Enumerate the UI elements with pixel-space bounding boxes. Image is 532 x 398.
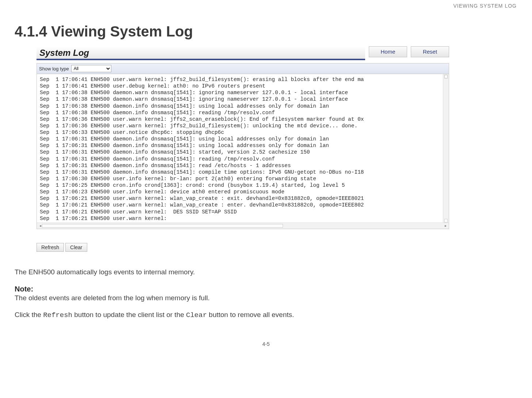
instr-mid: button to update the client list or the — [72, 311, 186, 318]
panel-title: System Log — [37, 46, 365, 60]
home-button[interactable]: Home — [369, 46, 407, 57]
scroll-thumb-top[interactable] — [444, 75, 448, 78]
page-header-right: VIEWING SYSTEM LOG — [15, 0, 517, 9]
refresh-button[interactable]: Refresh — [37, 243, 64, 252]
page-number: 4-5 — [15, 341, 517, 347]
scroll-thumb-h[interactable] — [42, 224, 283, 228]
instr-clear-code: Clear — [186, 311, 207, 319]
instr-suffix: button to remove all events. — [207, 311, 294, 318]
log-output: Sep 1 17:06:41 ENH500 user.warn kernel: … — [37, 74, 449, 223]
reset-button[interactable]: Reset — [411, 46, 449, 57]
instruction-text: Click the Refresh button to update the c… — [15, 311, 517, 319]
section-title: 4.1.4 Viewing System Log — [15, 23, 517, 40]
scroll-left-icon[interactable]: ◂ — [38, 224, 42, 228]
action-bar: Refresh Clear — [37, 243, 449, 252]
description-text: The ENH500 automatically logs events to … — [15, 268, 517, 276]
vertical-scrollbar[interactable] — [443, 74, 449, 223]
scroll-right-icon[interactable]: ▸ — [444, 224, 447, 228]
note-text: The oldest events are deleted from the l… — [15, 294, 517, 302]
clear-button[interactable]: Clear — [65, 243, 87, 252]
log-type-select[interactable]: All — [71, 65, 111, 72]
filter-label: Show log type — [39, 66, 69, 72]
note-label: Note: — [15, 285, 517, 293]
log-panel: Show log type All Sep 1 17:06:41 ENH500 … — [37, 63, 449, 229]
instr-refresh-code: Refresh — [43, 311, 72, 319]
horizontal-scrollbar[interactable]: ◂ ▸ — [37, 223, 449, 229]
filter-bar: Show log type All — [37, 63, 449, 74]
system-log-screenshot: System Log Home Reset Show log type All … — [37, 46, 449, 252]
instr-prefix: Click the — [15, 311, 43, 318]
scroll-thumb-bottom[interactable] — [444, 219, 448, 223]
